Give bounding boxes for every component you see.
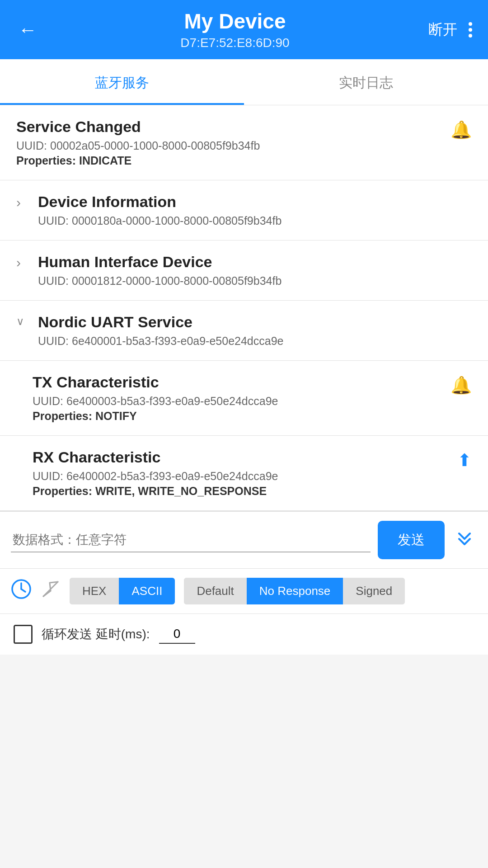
data-input-field[interactable]: [11, 528, 371, 552]
device-information-content: Device Information UUID: 0000180a-0000-1…: [38, 193, 472, 227]
disconnect-button[interactable]: 断开: [428, 20, 457, 40]
rx-name: RX Characteristic: [33, 448, 457, 466]
response-signed-button[interactable]: Signed: [343, 578, 405, 604]
upload-icon-rx[interactable]: ⬆: [457, 450, 472, 470]
tx-uuid: UUID: 6e400003-b5a3-f393-e0a9-e50e24dcca…: [33, 395, 450, 408]
chevron-hid: ›: [16, 255, 30, 270]
tx-props: Properties: NOTIFY: [33, 410, 450, 423]
rx-content: RX Characteristic UUID: 6e400002-b5a3-f3…: [33, 448, 457, 498]
device-address: D7:E7:52:E8:6D:90: [42, 36, 428, 50]
tx-name: TX Characteristic: [33, 373, 450, 391]
notify-bell-tx[interactable]: 🔔: [450, 375, 472, 395]
menu-dot: [469, 22, 472, 26]
device-information-uuid: UUID: 0000180a-0000-1000-8000-00805f9b34…: [38, 214, 472, 227]
rx-uuid: UUID: 6e400002-b5a3-f393-e0a9-e50e24dcca…: [33, 470, 457, 483]
loop-send-checkbox[interactable]: [14, 625, 33, 644]
hid-name: Human Interface Device: [38, 253, 472, 271]
menu-button[interactable]: [466, 20, 474, 40]
hid-uuid: UUID: 00001812-0000-1000-8000-00805f9b34…: [38, 274, 472, 288]
service-changed-content: Service Changed UUID: 00002a05-0000-1000…: [16, 118, 450, 167]
expand-button[interactable]: [452, 525, 477, 555]
tab-bar: 蓝牙服务 实时日志: [0, 59, 488, 105]
svg-line-2: [21, 589, 25, 592]
loop-delay-input[interactable]: [159, 625, 195, 644]
service-changed-uuid: UUID: 00002a05-0000-1000-8000-00805f9b34…: [16, 139, 450, 152]
response-noresponse-button[interactable]: No Response: [247, 578, 343, 604]
send-button[interactable]: 发送: [378, 521, 445, 559]
service-item-service-changed[interactable]: Service Changed UUID: 00002a05-0000-1000…: [0, 105, 488, 180]
format-toggle-group: HEX ASCII: [70, 578, 175, 604]
response-default-button[interactable]: Default: [184, 578, 246, 604]
char-item-tx[interactable]: TX Characteristic UUID: 6e400003-b5a3-f3…: [0, 361, 488, 436]
clock-icon[interactable]: [11, 579, 32, 604]
service-item-device-information[interactable]: › Device Information UUID: 0000180a-0000…: [0, 180, 488, 241]
menu-dot: [469, 28, 472, 32]
bottom-toolbar: HEX ASCII Default No Response Signed: [0, 568, 488, 613]
chevron-device-information: ›: [16, 195, 30, 210]
device-title: My Device: [42, 9, 428, 34]
rx-props: Properties: WRITE, WRITE_NO_RESPONSE: [33, 485, 457, 498]
char-item-rx[interactable]: RX Characteristic UUID: 6e400002-b5a3-f3…: [0, 436, 488, 511]
header-center: My Device D7:E7:52:E8:6D:90: [42, 9, 428, 50]
input-area: 发送: [0, 511, 488, 568]
chevron-nordic-uart: ∨: [16, 315, 30, 328]
tab-bluetooth-services[interactable]: 蓝牙服务: [0, 59, 244, 105]
service-item-nordic-uart[interactable]: ∨ Nordic UART Service UUID: 6e400001-b5a…: [0, 301, 488, 361]
format-ascii-button[interactable]: ASCII: [119, 578, 175, 604]
format-hex-button[interactable]: HEX: [70, 578, 119, 604]
nordic-uart-uuid: UUID: 6e400001-b5a3-f393-e0a9-e50e24dcca…: [38, 335, 472, 348]
svg-line-4: [43, 591, 51, 596]
nordic-uart-name: Nordic UART Service: [38, 313, 472, 331]
menu-dot: [469, 34, 472, 38]
service-changed-props: Properties: INDICATE: [16, 154, 450, 167]
notify-bell-service-changed[interactable]: 🔔: [450, 120, 472, 140]
service-changed-name: Service Changed: [16, 118, 450, 136]
tx-content: TX Characteristic UUID: 6e400003-b5a3-f3…: [33, 373, 450, 423]
service-list: Service Changed UUID: 00002a05-0000-1000…: [0, 105, 488, 511]
service-item-hid[interactable]: › Human Interface Device UUID: 00001812-…: [0, 241, 488, 301]
hid-content: Human Interface Device UUID: 00001812-00…: [38, 253, 472, 288]
app-header: ← My Device D7:E7:52:E8:6D:90 断开: [0, 0, 488, 59]
response-toggle-group: Default No Response Signed: [184, 578, 405, 604]
tab-realtime-log[interactable]: 实时日志: [244, 59, 488, 105]
header-actions: 断开: [428, 20, 474, 40]
loop-row: 循环发送 延时(ms):: [0, 613, 488, 655]
device-information-name: Device Information: [38, 193, 472, 211]
send-paper-icon[interactable]: [41, 579, 61, 604]
nordic-uart-content: Nordic UART Service UUID: 6e400001-b5a3-…: [38, 313, 472, 348]
loop-label: 循环发送 延时(ms):: [42, 626, 150, 643]
back-button[interactable]: ←: [14, 14, 42, 45]
